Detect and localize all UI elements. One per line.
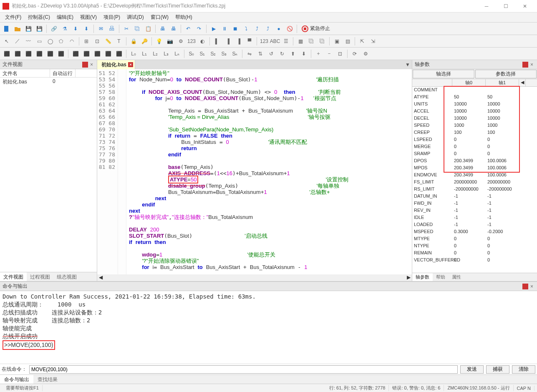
align-c-icon[interactable]: ⬛ xyxy=(13,49,23,59)
axis-value-0[interactable]: -200000000 xyxy=(452,186,486,193)
mail-icon[interactable]: ✉ xyxy=(96,24,106,34)
run-icon[interactable]: ▶ xyxy=(209,24,219,34)
open-icon[interactable] xyxy=(13,24,23,34)
axis-row[interactable]: VECTOR_BUFFERED00 xyxy=(412,257,537,264)
axis-value-0[interactable]: -1 xyxy=(452,200,486,207)
import-icon[interactable]: ⇲ xyxy=(368,36,378,46)
tab-properties[interactable]: 属性 xyxy=(449,273,464,281)
axis-row[interactable]: FS_LIMIT200000000200000000 xyxy=(412,179,537,186)
capture-button[interactable]: 捕获 xyxy=(486,365,509,374)
save-icon[interactable]: 💾 xyxy=(23,24,33,34)
emergency-stop-button[interactable]: 紧急停止 xyxy=(299,25,333,32)
align-left-icon[interactable]: ▌ xyxy=(212,36,222,46)
pointer-icon[interactable]: ↖ xyxy=(2,36,12,46)
motor-icon[interactable]: ⚙ xyxy=(176,36,186,46)
axis-row[interactable]: FWD_IN-1-1 xyxy=(412,200,537,207)
axis-value-1[interactable]: 0 xyxy=(486,143,519,151)
layer-icon[interactable]: ▦ xyxy=(295,36,305,46)
axis-row[interactable]: IDLE-1-1 xyxy=(412,214,537,221)
ellipse-icon[interactable]: ◯ xyxy=(45,36,55,46)
frame-icon[interactable]: ▣ xyxy=(332,36,342,46)
settings-icon[interactable]: ⚙ xyxy=(361,49,371,59)
light-icon[interactable]: 💡 xyxy=(154,36,164,46)
axis-value-1[interactable]: -1 xyxy=(486,221,519,229)
axis-row[interactable]: MSPEED0.3000-0.2000 xyxy=(412,229,537,236)
col-autorun[interactable]: 自动运行 xyxy=(50,69,76,77)
axis-row[interactable]: MERGE00 xyxy=(412,143,537,151)
ln-icon[interactable]: Lₙ xyxy=(172,49,182,59)
axis-value-0[interactable]: 0 xyxy=(452,257,486,264)
axis-value-0[interactable]: 0 xyxy=(452,250,486,257)
move-front-icon[interactable]: ⬆ xyxy=(288,49,298,59)
camera-icon[interactable]: 📷 xyxy=(165,36,175,46)
gauge-icon[interactable]: ◐ xyxy=(197,36,207,46)
s1-icon[interactable]: S₁ xyxy=(197,49,207,59)
same-h-icon[interactable]: ⬛ xyxy=(103,49,113,59)
save-all-icon[interactable]: 💾 xyxy=(34,24,44,34)
axis-value-1[interactable]: -1 xyxy=(486,200,519,207)
axis-value-1[interactable]: 200000000 xyxy=(486,179,519,186)
axis-value-1[interactable]: 0 xyxy=(486,136,519,143)
clear-button[interactable]: 清除 xyxy=(512,365,535,374)
scroll-track[interactable] xyxy=(104,274,405,281)
axis-value-1[interactable]: 0 xyxy=(486,250,519,257)
axis-row[interactable]: DPOS200.3499100.0006 xyxy=(412,158,537,165)
l2-icon[interactable]: L₂ xyxy=(150,49,160,59)
axis-hdr-1[interactable]: 轴1 xyxy=(486,79,519,86)
axis-value-1[interactable]: 1000 xyxy=(486,122,519,129)
step-over-icon[interactable]: ⤴ xyxy=(252,24,262,34)
axis-row[interactable]: RS_LIMIT-200000000-200000000 xyxy=(412,186,537,193)
axis-value-1[interactable]: -1 xyxy=(486,214,519,221)
axis-value-0[interactable]: 0 xyxy=(452,136,486,143)
menu-item[interactable]: 视图(V) xyxy=(77,13,100,22)
axis-value-0[interactable]: 10000 xyxy=(452,108,486,115)
s0-icon[interactable]: S₀ xyxy=(187,49,197,59)
menu-item[interactable]: 帮助(H) xyxy=(172,13,196,22)
l1-icon[interactable]: L₁ xyxy=(139,49,149,59)
tab-axis-params[interactable]: 轴参数 xyxy=(412,273,433,281)
align-top-icon[interactable]: ▀ xyxy=(245,36,255,46)
counter-icon[interactable]: 123 xyxy=(187,36,197,46)
arc-icon[interactable]: ◠ xyxy=(67,36,77,46)
send-button[interactable]: 发送 xyxy=(460,365,484,374)
polygon-icon[interactable]: ⬠ xyxy=(56,36,66,46)
param-select-button[interactable]: 参数选择 xyxy=(475,70,537,78)
num-icon[interactable]: 123 xyxy=(259,36,269,46)
copy-icon[interactable]: ⿻ xyxy=(132,24,142,34)
hflip-icon[interactable]: ⇋ xyxy=(245,49,255,59)
ungroup-icon[interactable]: ⿻ xyxy=(317,36,327,46)
step-out-icon[interactable]: ⤴ xyxy=(263,24,273,34)
axis-row[interactable]: CREEP100100 xyxy=(412,129,537,136)
grid-icon[interactable]: ⊞ xyxy=(81,36,91,46)
axis-value-1[interactable]: 10000 xyxy=(486,108,519,115)
align-r-icon[interactable]: ⬛ xyxy=(23,49,33,59)
code-area[interactable]: '?"开始映射轴号" for Node_Num=0 to NODE_COUNT(… xyxy=(126,69,412,274)
tab-find-results[interactable]: 查找结果 xyxy=(33,375,62,384)
axis-select-button[interactable]: 轴选择 xyxy=(413,70,474,78)
axis-value-0[interactable]: 200.3499 xyxy=(452,158,486,165)
abc-icon[interactable]: ABC xyxy=(270,36,280,46)
axis-value-1[interactable]: 50 xyxy=(486,94,519,101)
axis-row[interactable]: SPEED10001000 xyxy=(412,122,537,129)
dist-v-icon[interactable]: ⬛ xyxy=(81,49,91,59)
axis-value-1[interactable]: 100.0006 xyxy=(486,158,519,165)
axis-value-0[interactable]: -1 xyxy=(452,221,486,229)
breakpoint-icon[interactable]: ● xyxy=(274,24,284,34)
output-body[interactable]: Down to Controller Ram Success, 2021-01-… xyxy=(0,291,537,364)
same-s-icon[interactable]: ⬛ xyxy=(114,49,124,59)
editor-hscroll[interactable]: ◀ ▶ xyxy=(97,274,412,281)
axis-row[interactable]: ACCEL1000010000 xyxy=(412,108,537,115)
rect-icon[interactable]: ▭ xyxy=(34,36,44,46)
pin-icon[interactable] xyxy=(82,62,88,68)
polyline-icon[interactable]: 〰 xyxy=(23,36,33,46)
cut-icon[interactable]: ✂ xyxy=(121,24,131,34)
tab-help[interactable]: 帮助 xyxy=(433,273,449,281)
download-rom-icon[interactable]: ⬇ xyxy=(81,24,91,34)
minimize-button[interactable]: ─ xyxy=(477,0,496,13)
menu-item[interactable]: 窗口(W) xyxy=(147,13,172,22)
axis-row[interactable]: LSPEED00 xyxy=(412,136,537,143)
redo-icon[interactable]: ↷ xyxy=(194,24,204,34)
text-icon[interactable]: T xyxy=(114,36,124,46)
no-entry-icon[interactable]: 🚫 xyxy=(285,24,295,34)
line-icon[interactable]: ／ xyxy=(13,36,23,46)
